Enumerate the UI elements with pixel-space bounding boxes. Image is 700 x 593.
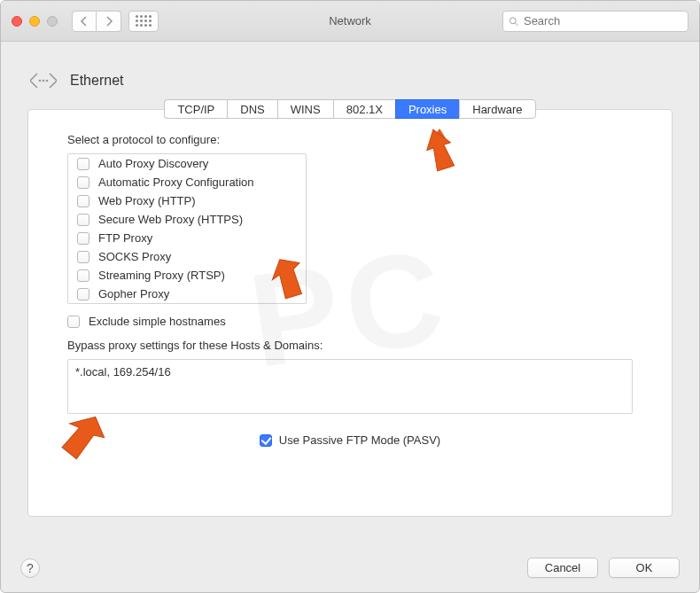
settings-panel: TCP/IP DNS WINS 802.1X Proxies Hardware …	[27, 109, 673, 517]
list-item[interactable]: Automatic Proxy Configuration	[68, 173, 306, 191]
checkbox-ftp-proxy[interactable]	[77, 232, 89, 245]
back-button[interactable]	[72, 11, 97, 32]
tab-tcpip[interactable]: TCP/IP	[164, 99, 227, 119]
tab-bar: TCP/IP DNS WINS 802.1X Proxies Hardware	[28, 99, 672, 119]
show-all-button[interactable]	[128, 11, 159, 32]
bypass-value: *.local, 169.254/16	[75, 365, 171, 378]
exclude-simple-label: Exclude simple hostnames	[89, 315, 226, 328]
search-icon	[509, 16, 518, 27]
svg-point-2	[39, 80, 42, 82]
footer: ? Cancel OK	[1, 558, 699, 578]
protocol-label: Secure Web Proxy (HTTPS)	[98, 213, 243, 226]
list-item[interactable]: SOCKS Proxy	[68, 247, 306, 266]
exclude-simple-row[interactable]: Exclude simple hostnames	[67, 315, 672, 328]
content-area: Ethernet TCP/IP DNS WINS 802.1X Proxies …	[1, 42, 699, 534]
checkbox-socks-proxy[interactable]	[77, 251, 89, 263]
tab-8021x[interactable]: 802.1X	[333, 99, 395, 119]
protocol-list: Auto Proxy Discovery Automatic Proxy Con…	[67, 153, 307, 304]
pasv-row[interactable]: Use Passive FTP Mode (PASV)	[28, 433, 672, 447]
list-item[interactable]: Secure Web Proxy (HTTPS)	[68, 210, 306, 229]
tab-dns[interactable]: DNS	[227, 99, 276, 119]
search-input[interactable]	[524, 14, 682, 27]
ethernet-icon	[27, 65, 59, 97]
list-item[interactable]: FTP Proxy	[68, 229, 306, 247]
cancel-button[interactable]: Cancel	[527, 558, 598, 578]
checkbox-gopher-proxy[interactable]	[77, 288, 89, 300]
protocol-label: Web Proxy (HTTP)	[98, 194, 196, 207]
checkbox-automatic-proxy-config[interactable]	[77, 176, 89, 189]
chevron-left-icon	[79, 16, 89, 27]
select-protocol-label: Select a protocol to configure:	[67, 133, 672, 146]
tab-proxies[interactable]: Proxies	[395, 99, 459, 119]
svg-point-3	[43, 80, 45, 82]
protocol-label: Gopher Proxy	[98, 287, 169, 300]
chevron-right-icon	[104, 16, 114, 27]
window-controls	[12, 16, 58, 27]
list-item[interactable]: Gopher Proxy	[68, 285, 306, 303]
grid-icon	[136, 15, 152, 27]
checkbox-auto-proxy-discovery[interactable]	[77, 158, 89, 170]
checkbox-streaming-proxy-rtsp[interactable]	[77, 269, 89, 282]
interface-header: Ethernet	[27, 65, 673, 97]
protocol-label: FTP Proxy	[98, 231, 152, 245]
checkbox-secure-web-proxy-https[interactable]	[77, 214, 89, 226]
svg-line-1	[516, 23, 518, 26]
zoom-window-button[interactable]	[47, 16, 58, 27]
close-window-button[interactable]	[12, 16, 22, 27]
checkbox-exclude-simple-hostnames[interactable]	[67, 316, 80, 328]
pasv-label: Use Passive FTP Mode (PASV)	[279, 433, 440, 447]
titlebar: Network	[1, 1, 699, 42]
tab-hardware[interactable]: Hardware	[459, 99, 535, 119]
network-preferences-window: Network Ethernet TCP/IP	[0, 0, 700, 593]
interface-name: Ethernet	[70, 73, 123, 89]
ok-button[interactable]: OK	[609, 558, 680, 578]
forward-button[interactable]	[97, 11, 121, 32]
help-button[interactable]: ?	[20, 558, 40, 578]
list-item[interactable]: Web Proxy (HTTP)	[68, 191, 306, 210]
svg-point-4	[46, 80, 49, 82]
bypass-label: Bypass proxy settings for these Hosts & …	[67, 339, 672, 352]
protocol-label: Streaming Proxy (RTSP)	[98, 269, 225, 282]
protocol-label: SOCKS Proxy	[98, 250, 171, 263]
list-item[interactable]: Streaming Proxy (RTSP)	[68, 266, 306, 285]
checkbox-passive-ftp[interactable]	[260, 434, 272, 447]
bypass-hosts-textarea[interactable]: *.local, 169.254/16	[67, 359, 633, 414]
nav-buttons	[72, 11, 121, 32]
svg-point-0	[509, 17, 516, 23]
protocol-label: Auto Proxy Discovery	[98, 157, 208, 170]
minimize-window-button[interactable]	[29, 16, 40, 27]
protocol-label: Automatic Proxy Configuration	[98, 176, 254, 189]
list-item[interactable]: Auto Proxy Discovery	[68, 154, 306, 173]
tab-wins[interactable]: WINS	[277, 99, 333, 119]
checkbox-web-proxy-http[interactable]	[77, 195, 89, 207]
search-field-wrap[interactable]	[502, 11, 688, 32]
